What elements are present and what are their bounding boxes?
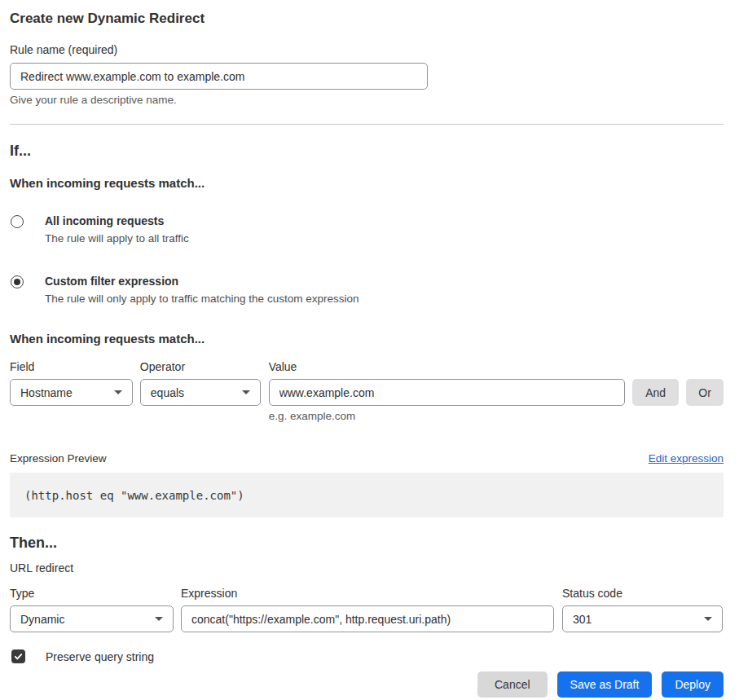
type-select-value: Dynamic	[20, 613, 64, 626]
field-select-value: Hostname	[20, 386, 73, 399]
or-button[interactable]: Or	[686, 379, 724, 406]
rule-name-label: Rule name (required)	[10, 43, 724, 57]
and-button[interactable]: And	[632, 379, 679, 406]
rule-name-input[interactable]	[10, 63, 428, 90]
preserve-query-label: Preserve query string	[46, 650, 154, 663]
chevron-down-icon	[242, 390, 250, 394]
expression-preview-label: Expression Preview	[10, 452, 107, 465]
operator-select[interactable]: equals	[140, 379, 261, 406]
status-code-select-value: 301	[573, 613, 592, 626]
radio-all-incoming-desc: The rule will apply to all traffic	[45, 231, 189, 245]
rule-name-help: Give your rule a descriptive name.	[10, 94, 724, 107]
section-divider	[10, 124, 724, 125]
filter-builder-row: Field Hostname Operator equals Value e.g…	[10, 360, 724, 423]
radio-all-incoming[interactable]	[11, 215, 24, 228]
status-code-label: Status code	[562, 587, 723, 601]
radio-option-all-incoming[interactable]: All incoming requests The rule will appl…	[10, 214, 724, 245]
expression-preview-header: Expression Preview Edit expression	[10, 452, 724, 465]
preserve-query-row[interactable]: Preserve query string	[10, 649, 724, 663]
page-title: Create new Dynamic Redirect	[10, 10, 724, 28]
then-heading: Then...	[10, 534, 724, 552]
radio-custom-filter[interactable]	[11, 275, 24, 288]
radio-custom-filter-desc: The rule will only apply to traffic matc…	[45, 292, 359, 306]
radio-all-incoming-label: All incoming requests	[45, 214, 189, 228]
redirect-config-row: Type Dynamic Expression Status code 301	[10, 587, 724, 632]
edit-expression-link[interactable]: Edit expression	[649, 452, 724, 465]
type-select[interactable]: Dynamic	[10, 605, 174, 632]
status-code-select[interactable]: 301	[562, 605, 723, 632]
field-select[interactable]: Hostname	[10, 379, 133, 406]
operator-label: Operator	[140, 360, 261, 374]
type-label: Type	[10, 587, 174, 601]
builder-heading: When incoming requests match...	[10, 332, 724, 346]
match-heading: When incoming requests match...	[10, 176, 724, 191]
operator-select-value: equals	[151, 386, 184, 399]
value-label: Value	[269, 360, 625, 374]
form-actions: Cancel Save as Draft Deploy	[10, 671, 724, 698]
value-input[interactable]	[269, 379, 625, 406]
cancel-button[interactable]: Cancel	[477, 671, 548, 698]
radio-custom-filter-label: Custom filter expression	[45, 275, 359, 288]
save-as-draft-button[interactable]: Save as Draft	[557, 671, 653, 698]
expression-label: Expression	[181, 587, 554, 601]
expression-preview-code: (http.host eq "www.example.com")	[10, 473, 724, 517]
redirect-expression-input[interactable]	[181, 605, 554, 632]
create-redirect-form: Create new Dynamic Redirect Rule name (r…	[0, 0, 739, 698]
chevron-down-icon	[704, 617, 712, 621]
field-label: Field	[10, 360, 133, 374]
checkmark-icon	[13, 651, 24, 662]
url-redirect-label: URL redirect	[10, 561, 724, 575]
preserve-query-checkbox[interactable]	[11, 649, 25, 663]
deploy-button[interactable]: Deploy	[662, 671, 724, 698]
radio-option-custom-filter[interactable]: Custom filter expression The rule will o…	[10, 275, 724, 306]
if-heading: If...	[10, 142, 724, 160]
chevron-down-icon	[155, 617, 163, 621]
request-match-radio-group: All incoming requests The rule will appl…	[10, 214, 724, 306]
value-help: e.g. example.com	[269, 410, 625, 423]
chevron-down-icon	[114, 390, 122, 394]
